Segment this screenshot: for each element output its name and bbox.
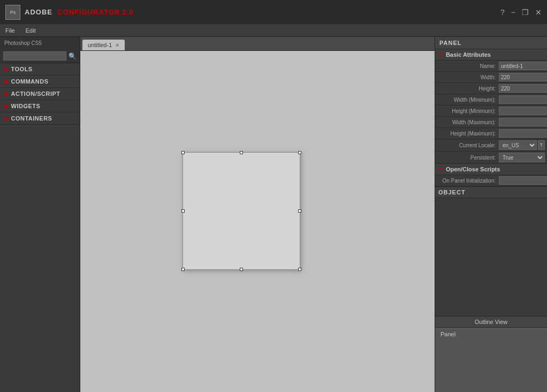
edit-menu[interactable]: Edit [26, 27, 36, 34]
name-input[interactable] [499, 62, 547, 70]
basic-attributes-arrow-icon: ▼ [438, 52, 443, 57]
canvas-content[interactable] [80, 51, 435, 392]
containers-arrow-icon: ▶ [4, 116, 9, 121]
app-title: ADOBE CONFIGURATOR 2.0 [25, 8, 134, 16]
widgets-arrow-icon: ▶ [4, 103, 9, 109]
outline-content: Panel [435, 328, 547, 392]
object-section: OBJECT [435, 186, 547, 198]
handle-middle-right[interactable] [298, 209, 301, 213]
attr-width-min-row: Width (Minimum): [435, 94, 547, 105]
outline-view-header: Outline View [435, 316, 547, 328]
close-button[interactable]: ✕ [535, 8, 542, 17]
attr-persistent-row: Persistent: True False [435, 152, 547, 164]
width-max-label: Width (Maximum): [437, 119, 499, 125]
tools-label: TOOLS [11, 66, 33, 72]
sidebar-item-commands[interactable]: ▶ COMMANDS [0, 76, 80, 87]
width-min-label: Width (Minimum): [437, 97, 499, 103]
containers-label: CONTAINERS [11, 115, 52, 122]
canvas-area: untitled-1 ✕ [80, 37, 435, 392]
height-min-input[interactable] [499, 107, 547, 115]
sidebar-item-action-script[interactable]: ▶ ACTION/SCRIPT [0, 88, 80, 100]
app-logo: Ps [5, 5, 20, 20]
locale-control: en_US fr_FR de_DE ja_JP T [499, 140, 545, 150]
attr-width-row: Width: [435, 72, 547, 83]
attr-height-row: Height: [435, 83, 547, 94]
search-icon[interactable]: 🔍 [69, 52, 77, 60]
height-input[interactable] [499, 84, 547, 93]
height-min-label: Height (Minimum): [437, 108, 499, 114]
panel-rectangle[interactable] [183, 152, 300, 270]
locale-flag-button[interactable]: T [538, 140, 545, 150]
object-label: OBJECT [438, 189, 466, 195]
handle-top-right[interactable] [298, 151, 301, 154]
open-close-scripts-section-header[interactable]: ▼ Open/Close Scripts [435, 164, 547, 175]
panel-init-input[interactable] [499, 176, 547, 185]
sidebar: Photoshop CS5 🔍 ▶ TOOLS ▶ COMMANDS ▶ ACT… [0, 37, 80, 392]
sidebar-item-widgets[interactable]: ▶ WIDGETS [0, 100, 80, 112]
adobe-label: ADOBE [25, 8, 52, 16]
minimize-button[interactable]: − [511, 8, 515, 17]
sidebar-section-widgets: ▶ WIDGETS [0, 100, 80, 112]
sidebar-section-containers: ▶ CONTAINERS [0, 112, 80, 125]
handle-bottom-left[interactable] [181, 268, 185, 271]
persistent-label: Persistent: [437, 155, 499, 161]
canvas-tab[interactable]: untitled-1 ✕ [82, 40, 125, 50]
titlebar-controls: ? − ❐ ✕ [500, 8, 542, 17]
search-box: 🔍 [0, 49, 80, 63]
height-label: Height: [437, 86, 499, 92]
attr-width-max-row: Width (Maximum): [435, 117, 547, 128]
sidebar-section-commands: ▶ COMMANDS [0, 76, 80, 88]
canvas-tab-close-icon[interactable]: ✕ [115, 42, 119, 48]
height-max-input[interactable] [499, 129, 547, 138]
outline-panel-item[interactable]: Panel [438, 330, 544, 338]
sidebar-app-version: Photoshop CS5 [0, 37, 80, 49]
sidebar-item-containers[interactable]: ▶ CONTAINERS [0, 112, 80, 124]
product-label: CONFIGURATOR 2.0 [57, 8, 134, 16]
attr-locale-row: Current Locale: en_US fr_FR de_DE ja_JP … [435, 139, 547, 152]
canvas-tab-name: untitled-1 [88, 42, 112, 48]
logo-text: Ps [10, 10, 16, 15]
handle-middle-left[interactable] [181, 209, 185, 213]
width-label: Width: [437, 74, 499, 80]
restore-button[interactable]: ❐ [522, 8, 529, 17]
attr-height-max-row: Height (Maximum): [435, 128, 547, 139]
right-panel: PANEL ▼ Basic Attributes Name: Width: He… [435, 37, 547, 392]
file-menu[interactable]: File [5, 27, 15, 34]
search-input[interactable] [3, 51, 66, 61]
right-panel-header: PANEL [435, 37, 547, 49]
sidebar-item-tools[interactable]: ▶ TOOLS [0, 63, 80, 75]
attributes-section: ▼ Basic Attributes Name: Width: Height: … [435, 49, 547, 316]
commands-arrow-icon: ▶ [4, 79, 9, 84]
canvas-tabs: untitled-1 ✕ [80, 37, 435, 51]
tools-arrow-icon: ▶ [4, 66, 9, 72]
handle-bottom-middle[interactable] [240, 268, 243, 271]
current-locale-label: Current Locale: [437, 142, 499, 148]
panel-init-label: On Panel Initialization: [437, 178, 499, 184]
name-label: Name: [437, 63, 499, 69]
menubar: File Edit [0, 24, 547, 37]
open-close-scripts-arrow-icon: ▼ [438, 167, 443, 172]
attr-name-row: Name: [435, 61, 547, 72]
open-close-scripts-title: Open/Close Scripts [446, 166, 500, 172]
script-control: ✎ [499, 176, 547, 185]
handle-top-middle[interactable] [240, 151, 243, 154]
widgets-label: WIDGETS [11, 103, 41, 109]
help-button[interactable]: ? [500, 8, 505, 17]
basic-attributes-section-header[interactable]: ▼ Basic Attributes [435, 49, 547, 61]
handle-top-left[interactable] [181, 151, 185, 154]
width-min-input[interactable] [499, 95, 547, 104]
action-script-arrow-icon: ▶ [4, 91, 9, 96]
handle-bottom-right[interactable] [298, 268, 301, 271]
titlebar-left: Ps ADOBE CONFIGURATOR 2.0 [5, 5, 134, 20]
persistent-select[interactable]: True False [499, 153, 545, 162]
attr-panel-init-row: On Panel Initialization: ✎ [435, 175, 547, 186]
width-input[interactable] [499, 73, 547, 81]
commands-label: COMMANDS [11, 78, 49, 85]
width-max-input[interactable] [499, 118, 547, 126]
main-layout: Photoshop CS5 🔍 ▶ TOOLS ▶ COMMANDS ▶ ACT… [0, 37, 547, 392]
basic-attributes-title: Basic Attributes [446, 51, 491, 58]
titlebar: Ps ADOBE CONFIGURATOR 2.0 ? − ❐ ✕ [0, 0, 547, 24]
attr-height-min-row: Height (Minimum): [435, 105, 547, 117]
action-script-label: ACTION/SCRIPT [11, 91, 60, 97]
current-locale-select[interactable]: en_US fr_FR de_DE ja_JP [499, 140, 537, 150]
